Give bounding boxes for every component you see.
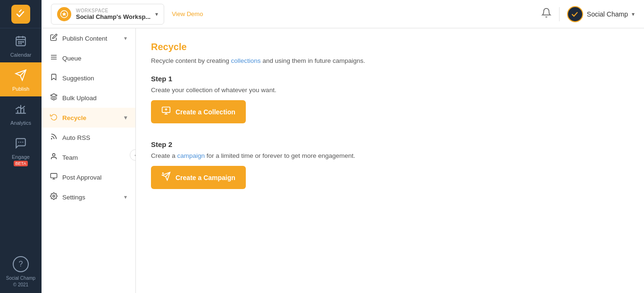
secondary-nav-publish-content[interactable]: Publish Content ▾ [42, 28, 135, 48]
step-2-heading: Step 2 [151, 140, 629, 148]
publish-content-chevron-icon: ▾ [124, 35, 127, 42]
page-content: Recycle Recycle content by creating coll… [136, 28, 644, 293]
step-1-text: Create your collection of whatever you w… [151, 86, 629, 94]
header-right: Social Champ ▾ [541, 6, 635, 22]
sidebar-item-calendar[interactable]: Calendar [0, 28, 42, 62]
settings-chevron-icon: ▾ [124, 194, 127, 200]
svg-rect-9 [20, 43, 22, 44]
svg-point-16 [18, 142, 19, 143]
secondary-nav-recycle[interactable]: Recycle ▾ [42, 108, 135, 128]
secondary-nav-settings[interactable]: Settings ▾ [42, 187, 135, 207]
campaign-link[interactable]: campaign [177, 152, 205, 159]
page-title: Recycle [151, 42, 629, 52]
engage-label: Engage [12, 154, 30, 160]
workspace-info: WORKSPACE Social Champ's Worksp... [76, 8, 151, 20]
svg-rect-7 [22, 41, 24, 43]
sidebar-item-analytics[interactable]: Analytics [0, 96, 42, 130]
help-button[interactable]: ? [13, 256, 29, 272]
svg-point-18 [22, 142, 23, 143]
app-logo [11, 5, 30, 24]
svg-marker-23 [50, 94, 57, 97]
create-campaign-button[interactable]: Create a Campaign [151, 166, 246, 189]
notification-bell-icon[interactable] [541, 8, 552, 20]
analytics-label: Analytics [10, 120, 31, 126]
step-2-section: Step 2 Create a campaign for a limited t… [151, 140, 629, 201]
step-2-text: Create a campaign for a limited time or … [151, 152, 629, 159]
publish-icon [15, 69, 27, 83]
svg-rect-8 [18, 43, 20, 44]
workspace-icon [57, 7, 71, 21]
svg-rect-26 [50, 173, 57, 178]
svg-point-35 [162, 172, 164, 174]
secondary-sidebar: Publish Content ▾ Queue [42, 28, 136, 293]
sidebar-bottom: ? Social Champ © 2021 [0, 256, 42, 293]
user-chevron-icon: ▾ [632, 11, 635, 17]
edit-icon [50, 34, 58, 43]
svg-point-17 [20, 142, 21, 143]
recycle-icon [50, 113, 58, 122]
collection-btn-icon [161, 106, 171, 118]
svg-point-29 [53, 195, 55, 197]
app-logo-container [0, 0, 42, 28]
secondary-nav-post-approval[interactable]: Post Approval [42, 167, 135, 187]
secondary-nav-auto-rss[interactable]: Auto RSS [42, 128, 135, 147]
secondary-nav-queue[interactable]: Queue [42, 48, 135, 68]
create-collection-button[interactable]: Create a Collection [151, 100, 246, 123]
queue-icon [50, 53, 58, 63]
view-demo-link[interactable]: View Demo [172, 10, 203, 17]
rss-icon [50, 133, 58, 142]
secondary-nav-team[interactable]: Team [42, 147, 135, 167]
post-approval-icon [50, 172, 58, 182]
secondary-nav-bulk-upload[interactable]: Bulk Upload [42, 88, 135, 108]
suggestion-icon [50, 73, 58, 83]
svg-point-25 [52, 154, 55, 156]
header-divider [559, 7, 560, 21]
settings-icon [50, 192, 58, 202]
page-description: Recycle content by creating collections … [151, 57, 629, 64]
main-wrapper: WORKSPACE Social Champ's Worksp... ▾ Vie… [42, 0, 644, 293]
icon-sidebar: Calendar Publish Analytics [0, 0, 42, 293]
svg-rect-5 [18, 41, 20, 43]
campaign-btn-icon [161, 172, 171, 183]
svg-point-24 [51, 138, 52, 139]
user-name: Social Champ [587, 10, 628, 18]
team-icon [50, 153, 58, 162]
top-header: WORKSPACE Social Champ's Worksp... ▾ Vie… [42, 0, 644, 28]
publish-label: Publish [12, 86, 29, 92]
bulk-upload-icon [50, 93, 58, 103]
avatar [567, 6, 583, 22]
svg-rect-6 [20, 41, 22, 43]
workspace-chevron-icon: ▾ [155, 11, 158, 17]
beta-badge: BETA [14, 161, 28, 166]
calendar-icon [15, 35, 27, 49]
collections-link[interactable]: collections [231, 57, 261, 64]
workspace-selector[interactable]: WORKSPACE Social Champ's Worksp... ▾ [51, 4, 164, 25]
analytics-icon [15, 103, 27, 117]
content-area: Publish Content ▾ Queue [42, 28, 644, 293]
sidebar-item-publish[interactable]: Publish [0, 62, 42, 96]
user-profile[interactable]: Social Champ ▾ [567, 6, 635, 22]
engage-icon [15, 137, 27, 151]
secondary-nav-suggestion[interactable]: Suggestion [42, 68, 135, 88]
workspace-name: Social Champ's Worksp... [76, 13, 151, 20]
step-1-section: Step 1 Create your collection of whateve… [151, 75, 629, 136]
workspace-label: WORKSPACE [76, 8, 151, 13]
recycle-chevron-icon: ▾ [124, 114, 127, 121]
sidebar-item-engage[interactable]: Engage BETA [0, 130, 42, 171]
step-1-heading: Step 1 [151, 75, 629, 83]
bottom-label: Social Champ © 2021 [6, 275, 35, 288]
calendar-label: Calendar [10, 52, 32, 58]
